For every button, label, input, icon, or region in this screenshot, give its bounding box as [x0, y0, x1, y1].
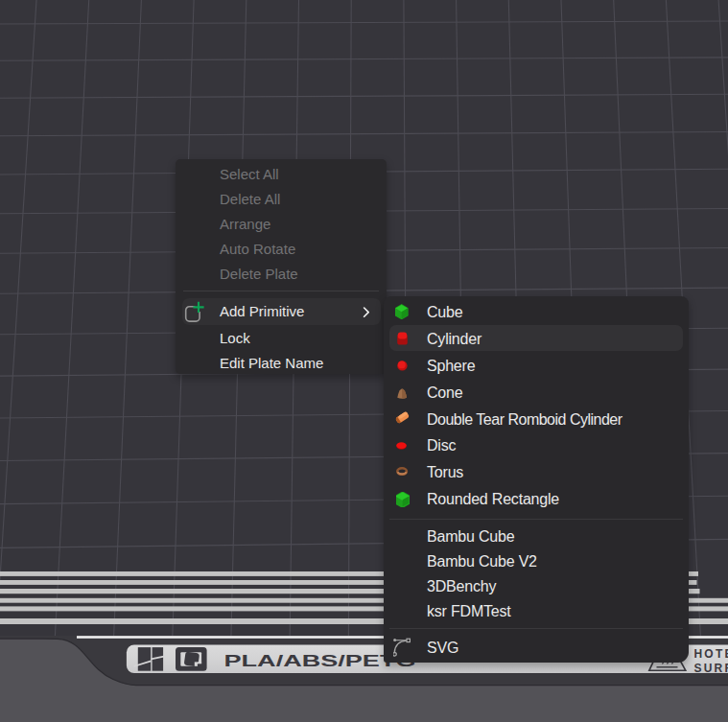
svg-text:SURF: SURF	[694, 662, 728, 675]
svg-text:HOTB: HOTB	[694, 647, 728, 661]
